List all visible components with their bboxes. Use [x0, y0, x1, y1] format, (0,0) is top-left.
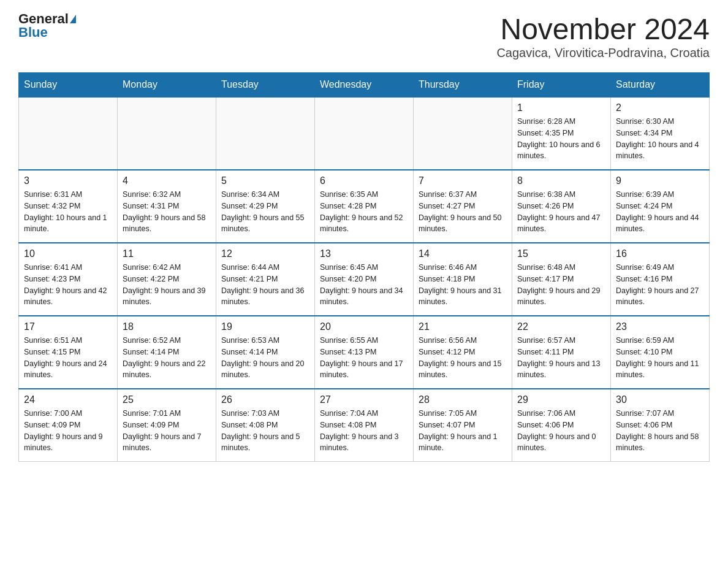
- calendar-day: 2Sunrise: 6:30 AMSunset: 4:34 PMDaylight…: [611, 97, 710, 170]
- day-info: Sunrise: 6:49 AMSunset: 4:16 PMDaylight:…: [616, 262, 704, 308]
- calendar-day: 20Sunrise: 6:55 AMSunset: 4:13 PMDayligh…: [315, 316, 414, 389]
- calendar-day: 3Sunrise: 6:31 AMSunset: 4:32 PMDaylight…: [19, 170, 118, 243]
- calendar-day: 16Sunrise: 6:49 AMSunset: 4:16 PMDayligh…: [611, 243, 710, 316]
- day-info: Sunrise: 6:53 AMSunset: 4:14 PMDaylight:…: [221, 335, 309, 381]
- calendar-day: 26Sunrise: 7:03 AMSunset: 4:08 PMDayligh…: [216, 389, 315, 462]
- calendar-day: 30Sunrise: 7:07 AMSunset: 4:06 PMDayligh…: [611, 389, 710, 462]
- day-info: Sunrise: 6:34 AMSunset: 4:29 PMDaylight:…: [221, 189, 309, 235]
- calendar-week-1: 1Sunrise: 6:28 AMSunset: 4:35 PMDaylight…: [19, 97, 710, 170]
- calendar-day: 5Sunrise: 6:34 AMSunset: 4:29 PMDaylight…: [216, 170, 315, 243]
- location-subtitle: Cagavica, Virovitica-Podravina, Croatia: [496, 46, 710, 60]
- day-info: Sunrise: 6:30 AMSunset: 4:34 PMDaylight:…: [616, 116, 704, 162]
- calendar-day: [414, 97, 512, 170]
- calendar-day: 18Sunrise: 6:52 AMSunset: 4:14 PMDayligh…: [118, 316, 216, 389]
- day-info: Sunrise: 6:48 AMSunset: 4:17 PMDaylight:…: [517, 262, 605, 308]
- day-info: Sunrise: 6:28 AMSunset: 4:35 PMDaylight:…: [517, 116, 605, 162]
- day-number: 13: [320, 248, 408, 259]
- day-info: Sunrise: 7:07 AMSunset: 4:06 PMDaylight:…: [616, 408, 704, 454]
- calendar-day: 24Sunrise: 7:00 AMSunset: 4:09 PMDayligh…: [19, 389, 118, 462]
- day-info: Sunrise: 6:39 AMSunset: 4:24 PMDaylight:…: [616, 189, 704, 235]
- day-number: 24: [24, 394, 112, 405]
- logo-blue-text: Blue: [18, 26, 48, 39]
- day-info: Sunrise: 6:38 AMSunset: 4:26 PMDaylight:…: [517, 189, 605, 235]
- calendar-body: 1Sunrise: 6:28 AMSunset: 4:35 PMDaylight…: [19, 97, 710, 462]
- calendar-week-3: 10Sunrise: 6:41 AMSunset: 4:23 PMDayligh…: [19, 243, 710, 316]
- day-number: 22: [517, 321, 605, 332]
- calendar-day: [216, 97, 315, 170]
- day-info: Sunrise: 7:03 AMSunset: 4:08 PMDaylight:…: [221, 408, 309, 454]
- day-number: 29: [517, 394, 605, 405]
- calendar-day: 1Sunrise: 6:28 AMSunset: 4:35 PMDaylight…: [512, 97, 611, 170]
- day-number: 18: [123, 321, 211, 332]
- day-number: 23: [616, 321, 704, 332]
- day-info: Sunrise: 6:57 AMSunset: 4:11 PMDaylight:…: [517, 335, 605, 381]
- weekday-header-wednesday: Wednesday: [315, 73, 414, 98]
- calendar-day: 13Sunrise: 6:45 AMSunset: 4:20 PMDayligh…: [315, 243, 414, 316]
- calendar-day: 25Sunrise: 7:01 AMSunset: 4:09 PMDayligh…: [118, 389, 216, 462]
- day-info: Sunrise: 6:59 AMSunset: 4:10 PMDaylight:…: [616, 335, 704, 381]
- calendar-day: 28Sunrise: 7:05 AMSunset: 4:07 PMDayligh…: [414, 389, 512, 462]
- day-number: 20: [320, 321, 408, 332]
- logo-triangle-icon: [70, 15, 76, 23]
- day-number: 8: [517, 175, 605, 186]
- calendar-day: 14Sunrise: 6:46 AMSunset: 4:18 PMDayligh…: [414, 243, 512, 316]
- weekday-header-friday: Friday: [512, 73, 611, 98]
- calendar-day: 10Sunrise: 6:41 AMSunset: 4:23 PMDayligh…: [19, 243, 118, 316]
- calendar-day: 23Sunrise: 6:59 AMSunset: 4:10 PMDayligh…: [611, 316, 710, 389]
- calendar-day: 12Sunrise: 6:44 AMSunset: 4:21 PMDayligh…: [216, 243, 315, 316]
- day-number: 10: [24, 248, 112, 259]
- calendar-day: [315, 97, 414, 170]
- day-number: 16: [616, 248, 704, 259]
- day-number: 4: [123, 175, 211, 186]
- day-number: 2: [616, 102, 704, 113]
- day-info: Sunrise: 6:52 AMSunset: 4:14 PMDaylight:…: [123, 335, 211, 381]
- day-number: 9: [616, 175, 704, 186]
- day-number: 7: [419, 175, 507, 186]
- day-number: 11: [123, 248, 211, 259]
- calendar-day: 4Sunrise: 6:32 AMSunset: 4:31 PMDaylight…: [118, 170, 216, 243]
- day-info: Sunrise: 6:41 AMSunset: 4:23 PMDaylight:…: [24, 262, 112, 308]
- day-info: Sunrise: 7:06 AMSunset: 4:06 PMDaylight:…: [517, 408, 605, 454]
- day-number: 14: [419, 248, 507, 259]
- calendar-day: 7Sunrise: 6:37 AMSunset: 4:27 PMDaylight…: [414, 170, 512, 243]
- calendar-day: 29Sunrise: 7:06 AMSunset: 4:06 PMDayligh…: [512, 389, 611, 462]
- calendar-week-5: 24Sunrise: 7:00 AMSunset: 4:09 PMDayligh…: [19, 389, 710, 462]
- page-header: General Blue November 2024 Cagavica, Vir…: [18, 12, 710, 60]
- day-number: 1: [517, 102, 605, 113]
- day-number: 15: [517, 248, 605, 259]
- day-info: Sunrise: 7:00 AMSunset: 4:09 PMDaylight:…: [24, 408, 112, 454]
- calendar-day: 15Sunrise: 6:48 AMSunset: 4:17 PMDayligh…: [512, 243, 611, 316]
- day-number: 5: [221, 175, 309, 186]
- weekday-header-tuesday: Tuesday: [216, 73, 315, 98]
- day-number: 17: [24, 321, 112, 332]
- weekday-header-row: SundayMondayTuesdayWednesdayThursdayFrid…: [19, 73, 710, 98]
- calendar-day: 9Sunrise: 6:39 AMSunset: 4:24 PMDaylight…: [611, 170, 710, 243]
- day-info: Sunrise: 6:42 AMSunset: 4:22 PMDaylight:…: [123, 262, 211, 308]
- day-number: 26: [221, 394, 309, 405]
- day-number: 28: [419, 394, 507, 405]
- title-section: November 2024 Cagavica, Virovitica-Podra…: [496, 12, 710, 60]
- logo-general-text: General: [18, 12, 69, 26]
- calendar-day: 6Sunrise: 6:35 AMSunset: 4:28 PMDaylight…: [315, 170, 414, 243]
- day-number: 19: [221, 321, 309, 332]
- day-info: Sunrise: 6:37 AMSunset: 4:27 PMDaylight:…: [419, 189, 507, 235]
- day-info: Sunrise: 7:01 AMSunset: 4:09 PMDaylight:…: [123, 408, 211, 454]
- day-number: 6: [320, 175, 408, 186]
- calendar-header: SundayMondayTuesdayWednesdayThursdayFrid…: [19, 73, 710, 98]
- month-title: November 2024: [496, 12, 710, 46]
- calendar-day: 8Sunrise: 6:38 AMSunset: 4:26 PMDaylight…: [512, 170, 611, 243]
- calendar-day: 17Sunrise: 6:51 AMSunset: 4:15 PMDayligh…: [19, 316, 118, 389]
- day-number: 3: [24, 175, 112, 186]
- day-info: Sunrise: 6:44 AMSunset: 4:21 PMDaylight:…: [221, 262, 309, 308]
- day-info: Sunrise: 6:46 AMSunset: 4:18 PMDaylight:…: [419, 262, 507, 308]
- weekday-header-saturday: Saturday: [611, 73, 710, 98]
- day-info: Sunrise: 6:35 AMSunset: 4:28 PMDaylight:…: [320, 189, 408, 235]
- calendar-day: 22Sunrise: 6:57 AMSunset: 4:11 PMDayligh…: [512, 316, 611, 389]
- day-info: Sunrise: 6:56 AMSunset: 4:12 PMDaylight:…: [419, 335, 507, 381]
- calendar-table: SundayMondayTuesdayWednesdayThursdayFrid…: [18, 72, 710, 462]
- day-info: Sunrise: 7:04 AMSunset: 4:08 PMDaylight:…: [320, 408, 408, 454]
- calendar-day: 11Sunrise: 6:42 AMSunset: 4:22 PMDayligh…: [118, 243, 216, 316]
- logo: General Blue: [18, 12, 76, 39]
- calendar-week-4: 17Sunrise: 6:51 AMSunset: 4:15 PMDayligh…: [19, 316, 710, 389]
- day-info: Sunrise: 6:55 AMSunset: 4:13 PMDaylight:…: [320, 335, 408, 381]
